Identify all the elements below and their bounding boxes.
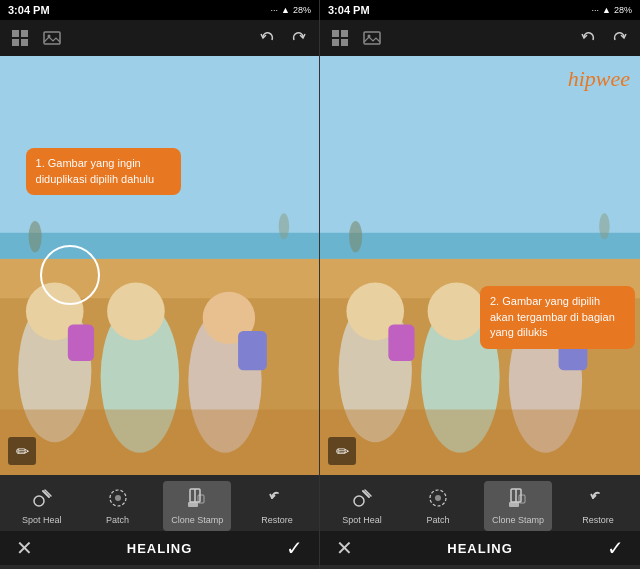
signal-icon-right: ···	[592, 5, 600, 15]
svg-rect-20	[0, 410, 319, 475]
svg-rect-2	[21, 30, 28, 37]
patch-icon-left	[107, 487, 129, 512]
healing-title-right: HEALING	[447, 541, 513, 556]
tool-patch-right[interactable]: Patch	[408, 481, 468, 531]
svg-point-11	[279, 213, 289, 239]
svg-point-55	[435, 495, 441, 501]
svg-rect-14	[68, 324, 94, 361]
status-icons-left: ··· ▲ 28%	[271, 5, 311, 15]
svg-rect-33	[341, 39, 348, 46]
svg-point-25	[115, 495, 121, 501]
redo-icon-right[interactable]	[608, 26, 632, 50]
tool-spot-heal-right[interactable]: Spot Heal	[332, 481, 392, 531]
svg-rect-30	[332, 30, 339, 37]
clone-stamp-icon-right	[507, 487, 529, 512]
svg-point-46	[428, 283, 486, 341]
confirm-button-left[interactable]: ✓	[286, 536, 303, 560]
svg-point-16	[107, 283, 165, 341]
undo-icon-right[interactable]	[576, 26, 600, 50]
restore-icon-right	[587, 487, 609, 512]
spot-heal-label-right: Spot Heal	[342, 515, 382, 525]
tool-restore-left[interactable]: Restore	[247, 481, 307, 531]
hipwee-logo: hipwee	[568, 66, 630, 92]
toolbar-right-right-icons	[576, 26, 632, 50]
svg-rect-4	[44, 32, 60, 44]
redo-icon[interactable]	[287, 26, 311, 50]
svg-rect-50	[320, 410, 640, 475]
restore-label-right: Restore	[582, 515, 614, 525]
restore-icon-left	[266, 487, 288, 512]
svg-rect-19	[238, 331, 267, 370]
brush-icon[interactable]: ✏	[8, 437, 36, 465]
battery-icon: 28%	[293, 5, 311, 15]
svg-point-51	[354, 496, 364, 506]
tool-clone-stamp-right[interactable]: Clone Stamp	[484, 481, 552, 531]
spot-heal-icon-right	[351, 487, 373, 512]
tools-row-right: Spot Heal Patch	[320, 481, 640, 531]
toolbar-right-left-icons	[328, 26, 384, 50]
tool-spot-heal-left[interactable]: Spot Heal	[12, 481, 72, 531]
patch-icon-right	[427, 487, 449, 512]
patch-label-right: Patch	[426, 515, 449, 525]
selection-circle	[40, 245, 100, 305]
tool-clone-stamp-left[interactable]: Clone Stamp	[163, 481, 231, 531]
bottom-toolbar-left: Spot Heal Patch	[0, 475, 319, 569]
svg-rect-1	[12, 39, 19, 46]
svg-rect-31	[332, 39, 339, 46]
bottom-toolbar-right: Spot Heal Patch	[320, 475, 640, 569]
svg-rect-44	[388, 324, 414, 361]
svg-point-10	[29, 221, 42, 252]
healing-bar-left: ✕ HEALING ✓	[0, 531, 319, 565]
image-icon-right[interactable]	[360, 26, 384, 50]
svg-point-21	[34, 496, 44, 506]
time-left: 3:04 PM	[8, 4, 50, 16]
cancel-button-left[interactable]: ✕	[16, 536, 33, 560]
status-bar-right: 3:04 PM ··· ▲ 28%	[320, 0, 640, 20]
left-panel: 3:04 PM ··· ▲ 28%	[0, 0, 320, 569]
spot-heal-icon-left	[31, 487, 53, 512]
right-panel: 3:04 PM ··· ▲ 28%	[320, 0, 640, 569]
main-container: 3:04 PM ··· ▲ 28%	[0, 0, 640, 569]
image-area-left: 1. Gambar yang ingin diduplikasi dipilih…	[0, 56, 319, 475]
tool-patch-left[interactable]: Patch	[88, 481, 148, 531]
status-bar-left: 3:04 PM ··· ▲ 28%	[0, 0, 319, 20]
app-toolbar-right	[320, 20, 640, 56]
spot-heal-label-left: Spot Heal	[22, 515, 62, 525]
svg-point-41	[599, 213, 609, 239]
toolbar-left-icons	[8, 26, 64, 50]
brush-icon-right[interactable]: ✏	[328, 437, 356, 465]
undo-icon[interactable]	[255, 26, 279, 50]
svg-rect-0	[12, 30, 19, 37]
svg-point-40	[349, 221, 362, 252]
signal-icon: ···	[271, 5, 279, 15]
clone-stamp-label-left: Clone Stamp	[171, 515, 223, 525]
image-area-right: hipwee 2. Gambar yang dipilih akan terga…	[320, 56, 640, 475]
cancel-button-right[interactable]: ✕	[336, 536, 353, 560]
callout-2: 2. Gambar yang dipilih akan tergambar di…	[480, 286, 635, 348]
layers-icon[interactable]	[8, 26, 32, 50]
healing-title-left: HEALING	[127, 541, 193, 556]
tool-restore-right[interactable]: Restore	[568, 481, 628, 531]
wifi-icon-right: ▲	[602, 5, 611, 15]
battery-icon-right: 28%	[614, 5, 632, 15]
layers-icon-right[interactable]	[328, 26, 352, 50]
clone-stamp-icon-left	[186, 487, 208, 512]
patch-label-left: Patch	[106, 515, 129, 525]
toolbar-right-icons	[255, 26, 311, 50]
svg-rect-3	[21, 39, 28, 46]
wifi-icon: ▲	[281, 5, 290, 15]
svg-rect-32	[341, 30, 348, 37]
tools-row-left: Spot Heal Patch	[0, 481, 319, 531]
healing-bar-right: ✕ HEALING ✓	[320, 531, 640, 565]
svg-rect-34	[364, 32, 380, 44]
restore-label-left: Restore	[261, 515, 293, 525]
time-right: 3:04 PM	[328, 4, 370, 16]
callout-1: 1. Gambar yang ingin diduplikasi dipilih…	[26, 148, 181, 195]
app-toolbar-left	[0, 20, 319, 56]
svg-rect-27	[188, 502, 198, 507]
clone-stamp-label-right: Clone Stamp	[492, 515, 544, 525]
svg-rect-57	[509, 502, 519, 507]
confirm-button-right[interactable]: ✓	[607, 536, 624, 560]
image-icon[interactable]	[40, 26, 64, 50]
status-icons-right: ··· ▲ 28%	[592, 5, 632, 15]
